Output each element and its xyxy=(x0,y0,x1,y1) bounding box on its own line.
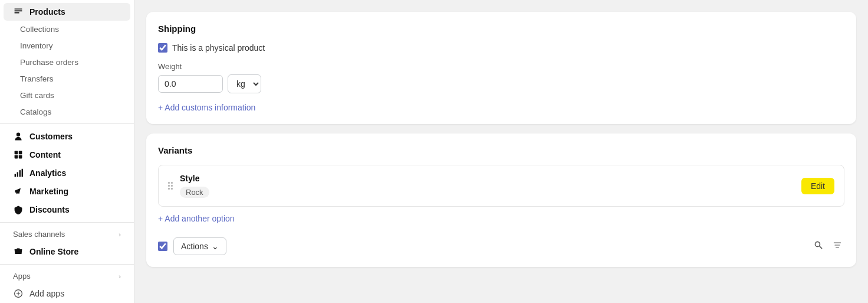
shipping-card: Shipping This is a physical product Weig… xyxy=(146,12,856,124)
svg-rect-7 xyxy=(22,169,23,177)
transfers-label: Transfers xyxy=(20,74,54,83)
variant-row-style: Style Rock Edit xyxy=(158,165,844,207)
products-icon xyxy=(13,6,24,17)
sidebar-divider-3 xyxy=(0,264,134,265)
sidebar-item-catalogs[interactable]: Catalogs xyxy=(4,104,130,120)
apps-chevron-icon: › xyxy=(119,273,121,280)
weight-row: kg lb oz g xyxy=(158,74,844,93)
discounts-label: Discounts xyxy=(29,205,70,214)
drag-dot xyxy=(171,185,173,187)
svg-rect-0 xyxy=(15,151,18,155)
variant-tag: Rock xyxy=(180,187,209,198)
sidebar-item-online-store[interactable]: Online Store xyxy=(4,243,130,260)
marketing-icon xyxy=(13,186,24,197)
customers-icon xyxy=(13,131,24,142)
sidebar-item-marketing[interactable]: Marketing xyxy=(4,183,130,200)
search-button[interactable] xyxy=(811,238,826,255)
sidebar-item-gift-cards[interactable]: Gift cards xyxy=(4,87,130,103)
analytics-label: Analytics xyxy=(29,168,66,178)
customers-label: Customers xyxy=(29,132,73,141)
svg-rect-1 xyxy=(19,151,22,155)
sidebar-item-inventory[interactable]: Inventory xyxy=(4,38,130,54)
drag-dot xyxy=(171,188,173,190)
purchase-orders-label: Purchase orders xyxy=(20,58,78,67)
variant-name: Style xyxy=(180,174,794,183)
sidebar-apps[interactable]: Apps › xyxy=(4,268,130,284)
add-apps-icon xyxy=(13,288,24,299)
online-store-label: Online Store xyxy=(29,247,78,256)
svg-rect-3 xyxy=(19,155,22,159)
sidebar-item-products[interactable]: Products xyxy=(4,3,130,21)
select-all-checkbox[interactable] xyxy=(158,242,167,251)
variants-title: Variants xyxy=(158,145,844,155)
variant-info: Style Rock xyxy=(180,174,794,198)
sidebar-item-customers[interactable]: Customers xyxy=(4,128,130,145)
svg-rect-4 xyxy=(15,174,16,177)
sidebar-divider-2 xyxy=(0,222,134,223)
sales-channels-label: Sales channels xyxy=(13,230,65,239)
gift-cards-label: Gift cards xyxy=(20,91,54,100)
filter-icon xyxy=(833,240,842,252)
actions-button[interactable]: Actions ⌄ xyxy=(173,237,226,255)
toolbar-left: Actions ⌄ xyxy=(158,237,226,255)
sidebar-sales-channels[interactable]: Sales channels › xyxy=(4,226,130,242)
toolbar-right xyxy=(811,238,844,255)
drag-handle-icon[interactable] xyxy=(168,182,173,190)
weight-label: Weight xyxy=(158,62,844,71)
actions-chevron-icon: ⌄ xyxy=(212,242,219,251)
catalogs-label: Catalogs xyxy=(20,107,51,116)
customs-link[interactable]: + Add customs information xyxy=(158,103,255,112)
variants-card: Variants Style Rock Edit + Add another o… xyxy=(146,133,856,267)
physical-product-checkbox[interactable] xyxy=(158,43,167,53)
edit-button[interactable]: Edit xyxy=(801,178,834,194)
online-store-icon xyxy=(13,246,24,257)
drag-dot xyxy=(168,182,170,184)
sidebar-divider-1 xyxy=(0,123,134,124)
analytics-icon xyxy=(13,168,24,178)
weight-unit-select[interactable]: kg lb oz g xyxy=(228,74,261,93)
search-icon xyxy=(814,240,823,252)
drag-dot xyxy=(168,185,170,187)
weight-section: Weight kg lb oz g xyxy=(158,62,844,93)
sidebar-item-add-apps[interactable]: Add apps xyxy=(4,285,130,302)
content-label: Content xyxy=(29,150,61,159)
weight-input[interactable] xyxy=(158,75,223,93)
sidebar-item-purchase-orders[interactable]: Purchase orders xyxy=(4,54,130,70)
svg-rect-2 xyxy=(15,155,18,159)
drag-dot xyxy=(168,188,170,190)
sidebar-item-collections[interactable]: Collections xyxy=(4,21,130,37)
actions-label: Actions xyxy=(181,242,208,251)
discounts-icon xyxy=(13,204,24,215)
svg-rect-5 xyxy=(17,172,18,177)
collections-label: Collections xyxy=(20,25,59,34)
main-content: Shipping This is a physical product Weig… xyxy=(134,0,868,303)
drag-dot xyxy=(171,182,173,184)
add-option-link[interactable]: + Add another option xyxy=(158,214,235,223)
add-apps-label: Add apps xyxy=(29,289,64,298)
products-label: Products xyxy=(29,7,65,17)
content-icon xyxy=(13,149,24,160)
sidebar-item-discounts[interactable]: Discounts xyxy=(4,201,130,219)
table-toolbar: Actions ⌄ xyxy=(158,230,844,255)
marketing-label: Marketing xyxy=(29,187,68,196)
apps-label: Apps xyxy=(13,272,31,281)
sidebar-item-analytics[interactable]: Analytics xyxy=(4,164,130,182)
inventory-label: Inventory xyxy=(20,41,53,50)
sidebar-item-transfers[interactable]: Transfers xyxy=(4,71,130,87)
sidebar: Products Collections Inventory Purchase … xyxy=(0,0,134,303)
shipping-title: Shipping xyxy=(158,24,844,34)
physical-product-row: This is a physical product xyxy=(158,43,844,53)
sidebar-item-content[interactable]: Content xyxy=(4,146,130,164)
filter-button[interactable] xyxy=(830,238,844,255)
svg-rect-6 xyxy=(19,170,21,177)
sales-channels-chevron-icon: › xyxy=(119,231,121,238)
physical-product-label: This is a physical product xyxy=(172,43,265,53)
